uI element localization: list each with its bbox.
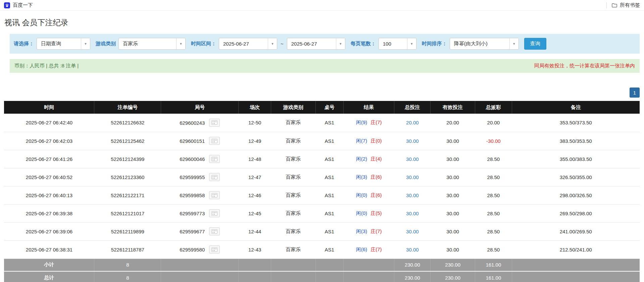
result-cell: 闲(0) 庄(5) — [343, 204, 394, 222]
table-header: 时间 注单编号 局号 场次 游戏类别 桌号 结果 总投注 有效投注 总派彩 备注 — [4, 101, 640, 114]
total-valid-bet: 230.00 — [431, 271, 475, 282]
total-empty — [239, 271, 271, 282]
search-button[interactable]: 查询 — [524, 38, 546, 50]
total-bet-link[interactable]: 20.00 — [406, 120, 419, 125]
date-from-combo[interactable]: 2025-06-27 ▾ — [219, 38, 277, 50]
filter-bar: 请选择： 日期查询 ▾ 游戏类别 百家乐 ▾ 时间区间： 2025-06-27 … — [10, 34, 640, 54]
subtotal-empty — [161, 259, 239, 271]
total-bet-link[interactable]: 30.00 — [406, 211, 419, 216]
total-bet-cell: 30.00 — [394, 168, 431, 186]
chevron-down-icon[interactable]: ▾ — [176, 38, 185, 49]
total-payout: 161.00 — [475, 271, 512, 282]
player-result: 闲(9) — [356, 119, 367, 125]
result-cell: 闲(3) 庄(6) — [343, 168, 394, 186]
subtotal-empty — [239, 259, 271, 271]
page-button-1[interactable]: 1 — [630, 88, 640, 98]
time-cell: 2025-06-27 06:42:40 — [4, 114, 94, 132]
header-total-bet: 总投注 — [394, 101, 431, 114]
notice-text: 同局有效投注，统一计算在该局第一张注单内 — [534, 63, 635, 69]
total-bet-link[interactable]: 30.00 — [406, 229, 419, 234]
total-bet-link[interactable]: 30.00 — [406, 192, 419, 198]
summary-bar: 币别：人民币 | 总共 :8 注单 | 同局有效投注，统一计算在该局第一张注单内 — [10, 59, 640, 73]
chevron-down-icon[interactable]: ▾ — [81, 38, 90, 49]
roadmap-icon-button[interactable] — [209, 173, 220, 181]
total-bet-link[interactable]: 30.00 — [406, 156, 419, 162]
roadmap-icon-button[interactable] — [209, 245, 220, 253]
game-type-cell: 百家乐 — [271, 240, 315, 259]
subtotal-empty — [315, 259, 343, 271]
session-cell: 12-50 — [239, 114, 271, 132]
roadmap-icon-button[interactable] — [209, 191, 220, 199]
total-bet-link[interactable]: 30.00 — [406, 138, 419, 144]
time-cell: 2025-06-27 06:42:03 — [4, 132, 94, 150]
table-footer: 小计 8 230.00 230.00 161.00 总计 8 — [4, 259, 640, 282]
roadmap-icon-button[interactable] — [209, 227, 220, 235]
result-cell: 闲(7) 庄(0) — [343, 132, 394, 150]
game-type-cell: 百家乐 — [271, 168, 315, 186]
total-bet-link[interactable]: 30.00 — [406, 174, 419, 180]
subtotal-row: 小计 8 230.00 230.00 161.00 — [4, 259, 640, 271]
table-no-cell: AS1 — [315, 132, 343, 150]
header-game-type: 游戏类别 — [271, 101, 315, 114]
header-payout: 总派彩 — [475, 101, 512, 114]
all-bookmarks-button[interactable]: 所有书签 — [611, 2, 640, 8]
bet-records-table: 时间 注单编号 局号 场次 游戏类别 桌号 结果 总投注 有效投注 总派彩 备注… — [4, 101, 640, 282]
chevron-down-icon[interactable]: ▾ — [509, 38, 518, 49]
game-type-cell: 百家乐 — [271, 186, 315, 204]
round-cell: 629599580 — [161, 240, 239, 259]
browser-bookmarks-bar: 百度一下 所有书签 — [0, 0, 644, 11]
query-type-combo[interactable]: 日期查询 ▾ — [37, 38, 90, 50]
game-type-cell: 百家乐 — [271, 114, 315, 132]
sort-combo[interactable]: 降幂(由大到小) ▾ — [450, 38, 519, 50]
total-bet-cell: 30.00 — [394, 132, 431, 150]
total-empty — [161, 271, 239, 282]
session-cell: 12-44 — [239, 222, 271, 240]
result-cell: 闲(9) 庄(7) — [343, 114, 394, 132]
total-bet-cell: 30.00 — [394, 240, 431, 259]
roadmap-icon-button[interactable] — [209, 209, 220, 217]
payout-cell: 28.50 — [475, 186, 512, 204]
currency-summary: 币别：人民币 | 总共 :8 注单 | — [14, 63, 79, 69]
table-row: 2025-06-27 06:41:26 522612124399 6296000… — [4, 150, 640, 168]
player-result: 闲(0) — [356, 192, 367, 198]
round-cell: 629599955 — [161, 168, 239, 186]
chevron-down-icon[interactable]: ▾ — [336, 38, 345, 49]
roadmap-icon-button[interactable] — [209, 137, 220, 145]
header-bet-id: 注单编号 — [94, 101, 161, 114]
date-to-combo[interactable]: 2025-06-27 ▾ — [287, 38, 345, 50]
valid-bet-cell: 30.00 — [431, 204, 475, 222]
valid-bet-cell: 30.00 — [431, 150, 475, 168]
banker-result: 庄(7) — [370, 246, 382, 252]
note-cell: 269.50/298.00 — [512, 204, 640, 222]
time-cell: 2025-06-27 06:41:26 — [4, 150, 94, 168]
game-type-combo[interactable]: 百家乐 ▾ — [118, 38, 186, 50]
round-id: 629599677 — [180, 229, 205, 234]
total-empty — [315, 271, 343, 282]
page-size-combo[interactable]: 100 ▾ — [379, 38, 416, 50]
payout-cell: 20.00 — [475, 114, 512, 132]
game-type-cell: 百家乐 — [271, 132, 315, 150]
payout-value: 28.50 — [487, 211, 500, 216]
total-empty — [343, 271, 394, 282]
table-row: 2025-06-27 06:39:38 522612121017 6295997… — [4, 204, 640, 222]
total-bet-link[interactable]: 30.00 — [406, 247, 419, 252]
chevron-down-icon[interactable]: ▾ — [268, 38, 277, 49]
header-result: 结果 — [343, 101, 394, 114]
all-bookmarks-label: 所有书签 — [620, 2, 640, 8]
player-result: 闲(3) — [356, 174, 367, 180]
bookmark-baidu[interactable]: 百度一下 — [4, 2, 33, 8]
bet-id-cell: 522612121017 — [94, 204, 161, 222]
total-bet-cell: 30.00 — [394, 222, 431, 240]
roadmap-icon — [211, 157, 217, 161]
total-total-bet: 230.00 — [394, 271, 431, 282]
subtotal-empty — [343, 259, 394, 271]
roadmap-icon-button[interactable] — [209, 155, 220, 163]
round-id: 629600243 — [180, 120, 205, 125]
table-no-cell: AS1 — [315, 240, 343, 259]
total-bet-cell: 30.00 — [394, 150, 431, 168]
chevron-down-icon[interactable]: ▾ — [407, 38, 416, 49]
table-row: 2025-06-27 06:40:13 522612122171 6295998… — [4, 186, 640, 204]
roadmap-icon-button[interactable] — [209, 119, 220, 127]
round-id: 629599773 — [180, 211, 205, 216]
round-cell: 629599773 — [161, 204, 239, 222]
